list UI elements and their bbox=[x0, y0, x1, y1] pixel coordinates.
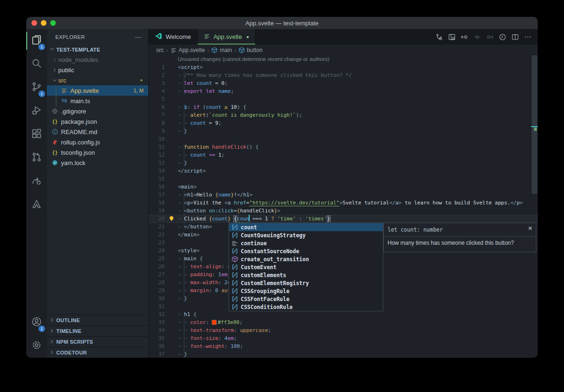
code-line[interactable]: 1<script> bbox=[149, 63, 538, 71]
activity-source-control-button[interactable]: 1 bbox=[26, 76, 47, 99]
breadcrumb-separator: › bbox=[234, 47, 236, 53]
code-line[interactable]: 13→ } bbox=[149, 159, 538, 167]
suggest-item-countqueuingstrategy[interactable]: CountQueuingStrategy bbox=[229, 231, 383, 239]
file-row-src[interactable]: src● bbox=[47, 75, 148, 85]
current-change-icon[interactable] bbox=[473, 33, 481, 41]
code-line[interactable]: 35→ → font-size: 4em; bbox=[149, 334, 538, 342]
code-line[interactable]: 14</script> bbox=[149, 167, 538, 175]
suggest-item-create_out_transition[interactable]: create_out_transition bbox=[229, 255, 383, 263]
file-row-tsconfig-json[interactable]: {}tsconfig.json bbox=[47, 147, 148, 158]
code-line[interactable]: 17→ <h1>Hello {name}!</h1> bbox=[149, 191, 538, 199]
suggest-item-continue[interactable]: continue bbox=[229, 239, 383, 247]
tab-app-svelte[interactable]: App.svelte ● bbox=[198, 29, 256, 45]
project-root-row[interactable]: TEST-TEMPLATE bbox=[47, 45, 148, 54]
activity-extensions-button[interactable] bbox=[26, 123, 47, 146]
code-line[interactable]: 20→ Clicked {count} {coun === 1 ? 'time'… bbox=[149, 215, 538, 223]
activity-run-debug-button[interactable] bbox=[26, 99, 47, 123]
breadcrumb-item-main[interactable]: main bbox=[211, 47, 232, 53]
file-row--gitignore[interactable]: .gitignore bbox=[47, 106, 148, 116]
tab-welcome[interactable]: Welcome bbox=[149, 29, 198, 45]
code-line[interactable]: 7→ → alert(`count is dangerously high!`)… bbox=[149, 111, 538, 119]
file-row-yarn-lock[interactable]: yarn.lock bbox=[47, 158, 148, 168]
code-line[interactable]: 33→ → color: #ff3e00; bbox=[149, 318, 538, 326]
blame-annotation-line[interactable]: Unsaved changes (cannot determine recent… bbox=[149, 55, 538, 63]
file-row-rollup-config-js[interactable]: rollup.config.js bbox=[47, 137, 148, 147]
editor-scrollbar[interactable] bbox=[531, 55, 538, 358]
section-timeline[interactable]: TIMELINE bbox=[47, 325, 148, 336]
symbol-variable-icon bbox=[231, 295, 238, 303]
code-editor[interactable]: Unsaved changes (cannot determine recent… bbox=[149, 55, 538, 358]
timeline-icon[interactable] bbox=[498, 33, 507, 41]
badge: 1 bbox=[38, 325, 45, 332]
suggest-item-cssgroupingrule[interactable]: CSSGroupingRule bbox=[229, 287, 383, 295]
code-line[interactable]: 11→ function handleClick() { bbox=[149, 143, 538, 151]
code-line[interactable]: 12→ → count += 1; bbox=[149, 151, 538, 159]
code-line[interactable]: 5 bbox=[149, 95, 538, 103]
code-line[interactable]: 2→ /** How many times has someone clicke… bbox=[149, 71, 538, 79]
breadcrumb-item-src[interactable]: src bbox=[156, 47, 164, 53]
section-npm-scripts[interactable]: NPM SCRIPTS bbox=[47, 336, 148, 347]
open-changes-icon[interactable] bbox=[448, 33, 456, 41]
title-bar[interactable]: App.svelte — test-template bbox=[26, 17, 538, 29]
code-line[interactable]: 4→ export let name; bbox=[149, 87, 538, 95]
activity-search-button[interactable] bbox=[26, 53, 47, 76]
suggest-item-customelementregistry[interactable]: CustomElementRegistry bbox=[229, 279, 383, 287]
code-line[interactable]: 8→ → count = 9; bbox=[149, 119, 538, 127]
file-row-readme-md[interactable]: README.md bbox=[47, 127, 148, 137]
next-change-icon[interactable] bbox=[486, 33, 494, 41]
code-line[interactable]: 19→ <button on:click={handleClick}> bbox=[149, 207, 538, 215]
activity-azure-button[interactable] bbox=[26, 193, 47, 217]
file-row-node-modules[interactable]: node_modules bbox=[47, 54, 148, 65]
suggest-item-cssfontfacerule[interactable]: CSSFontFaceRule bbox=[229, 295, 383, 303]
suggest-item-constantsourcenode[interactable]: ConstantSourceNode bbox=[229, 247, 383, 255]
activity-settings-button[interactable] bbox=[26, 334, 47, 358]
file-tree: node_modulespublicsrc●App.svelte1, MTSma… bbox=[47, 54, 148, 168]
suggest-item-customevent[interactable]: CustomEvent bbox=[229, 263, 383, 271]
suggest-item-count[interactable]: count bbox=[229, 223, 383, 231]
scrollbar-slider[interactable] bbox=[532, 55, 537, 194]
code-line[interactable]: 9→ } bbox=[149, 127, 538, 135]
close-window-button[interactable] bbox=[31, 20, 37, 26]
code-line[interactable]: 15 bbox=[149, 175, 538, 183]
line-number: 1 bbox=[149, 63, 165, 71]
chevron-right-icon bbox=[49, 349, 55, 356]
code-line[interactable]: 6→ $: if (count ≥ 10) { bbox=[149, 103, 538, 111]
activity-accounts-button[interactable]: 1 bbox=[26, 311, 47, 334]
activity-explorer-button[interactable]: 1 bbox=[26, 29, 47, 53]
gitlens-graph-icon[interactable] bbox=[435, 33, 443, 41]
breadcrumb-label: src bbox=[156, 47, 164, 53]
section-outline[interactable]: OUTLINE bbox=[47, 315, 148, 325]
section-codetour[interactable]: CODETOUR bbox=[47, 347, 148, 358]
line-content: → → alert(`count is dangerously high!`); bbox=[178, 111, 302, 119]
code-line[interactable]: 32→ h1 { bbox=[149, 310, 538, 318]
code-line[interactable]: 3→ let count = 0; bbox=[149, 79, 538, 87]
file-row-main-ts[interactable]: TSmain.ts bbox=[47, 96, 148, 106]
zoom-window-button[interactable] bbox=[50, 20, 56, 26]
line-number: 29 bbox=[149, 286, 165, 294]
unsaved-dot-icon[interactable]: ● bbox=[246, 34, 249, 39]
suggest-item-cssconditionrule[interactable]: CSSConditionRule bbox=[229, 303, 383, 311]
code-line[interactable]: 10 bbox=[149, 135, 538, 143]
code-line[interactable]: 18→ <p>Visit the <a href="https://svelte… bbox=[149, 199, 538, 207]
breadcrumb-item-button[interactable]: button bbox=[238, 47, 262, 53]
split-editor-icon[interactable] bbox=[511, 33, 519, 41]
file-row-app-svelte[interactable]: App.svelte1, M bbox=[47, 85, 148, 96]
code-line[interactable]: 37→ } bbox=[149, 350, 538, 358]
previous-change-icon[interactable] bbox=[460, 33, 469, 41]
suggest-label: CountQueuingStrategy bbox=[241, 232, 305, 239]
file-row-package-json[interactable]: {}package.json bbox=[47, 116, 148, 127]
more-actions-icon[interactable]: ⋯ bbox=[135, 33, 142, 41]
more-actions-icon[interactable] bbox=[524, 33, 532, 41]
breadcrumb-item-app-svelte[interactable]: App.svelte bbox=[170, 47, 205, 53]
code-line[interactable]: 34→ → text-transform: uppercase; bbox=[149, 326, 538, 334]
activity-live-share-button[interactable] bbox=[26, 170, 47, 193]
code-line[interactable]: 36→ → font-weight: 100; bbox=[149, 342, 538, 350]
activity-github-pull-requests-button[interactable] bbox=[26, 146, 47, 170]
suggest-item-customelements[interactable]: customElements bbox=[229, 271, 383, 279]
explorer-title: EXPLORER bbox=[55, 34, 85, 40]
extensions-icon bbox=[31, 128, 42, 141]
code-line[interactable]: 16<main> bbox=[149, 183, 538, 191]
file-row-public[interactable]: public bbox=[47, 65, 148, 75]
line-number: 34 bbox=[149, 326, 165, 334]
minimize-window-button[interactable] bbox=[41, 20, 46, 26]
